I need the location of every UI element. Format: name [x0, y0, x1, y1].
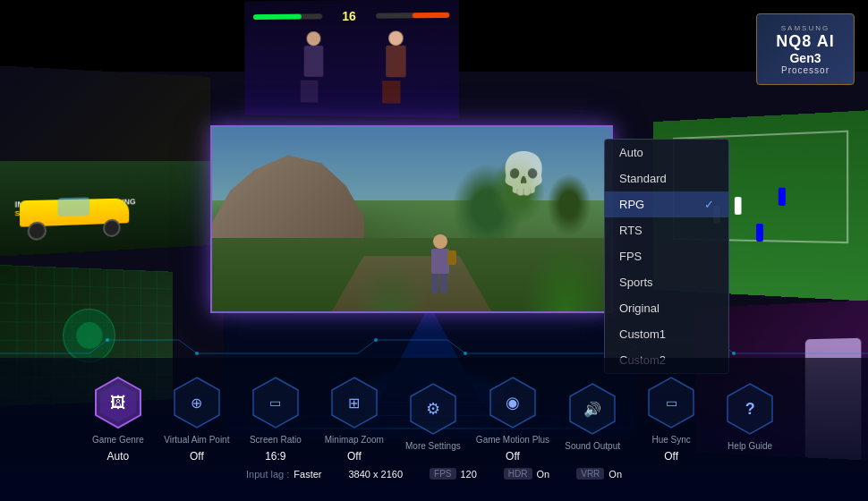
- vrr-value: On: [608, 469, 622, 480]
- help-guide-icon: ?: [745, 400, 755, 419]
- minimap-zoom-icon: ⊞: [348, 395, 360, 412]
- main-game-screen: 💀: [210, 125, 613, 313]
- vrr-label: VRR: [576, 468, 604, 480]
- samsung-brand-text: SAMSUNG: [781, 24, 830, 32]
- hdr-value: On: [537, 469, 550, 480]
- racing-game-panel: INTERNATIONAL PRO RACING SUPER RACE FINA…: [0, 65, 210, 257]
- minimap-zoom-label-bottom: Off: [347, 450, 362, 463]
- minimap-zoom-hex-icon[interactable]: ⊞: [328, 376, 381, 429]
- motion-plus-hex-icon[interactable]: ◉: [486, 376, 540, 429]
- hue-sync-hex-icon[interactable]: ▭: [644, 376, 698, 429]
- status-resolution: 3840 x 2160: [348, 469, 403, 480]
- dropdown-item-standard[interactable]: Standard: [605, 166, 728, 191]
- more-settings-label-top: More Settings: [405, 441, 461, 451]
- status-vrr: VRR On: [576, 468, 622, 480]
- dropdown-item-rpg[interactable]: RPG: [605, 191, 728, 217]
- sound-output-hex-icon[interactable]: 🔊: [566, 382, 619, 436]
- screen-ratio-icon: ▭: [269, 395, 281, 410]
- game-genre-label-bottom: Auto: [107, 450, 130, 463]
- fps-label: FPS: [430, 468, 455, 480]
- game-genre-hex-icon[interactable]: 🖼: [91, 376, 145, 429]
- aim-point-label-top: Virtual Aim Point: [164, 435, 229, 445]
- status-bar: Input lag : Faster 3840 x 2160 FPS 120 H…: [0, 463, 868, 485]
- hue-sync-label-top: Hue Sync: [651, 435, 690, 445]
- dropdown-item-fps[interactable]: FPS: [605, 243, 728, 269]
- motion-plus-icon: ◉: [506, 393, 520, 412]
- help-guide-hex-icon[interactable]: ?: [723, 382, 777, 436]
- dropdown-item-custom1[interactable]: Custom1: [605, 321, 728, 347]
- status-input-lag: Input lag : Faster: [246, 469, 322, 480]
- more-settings-icon: ⚙: [426, 399, 440, 419]
- toolbar-icons-container: 🖼 Game Genre Auto ⊕ Virtual Aim Point Of…: [0, 376, 868, 463]
- game-genre-dropdown: Auto Standard RPG RTS FPS Sports Origina…: [604, 139, 729, 374]
- toolbar-item-more-settings[interactable]: ⚙ More Settings: [397, 382, 469, 456]
- hue-sync-label-bottom: Off: [664, 450, 678, 463]
- aim-point-hex-icon[interactable]: ⊕: [170, 376, 224, 429]
- hue-sync-icon: ▭: [666, 395, 677, 410]
- dropdown-item-sports[interactable]: Sports: [605, 269, 728, 295]
- chip-processor-text: Processor: [781, 65, 830, 75]
- hdr-label: HDR: [504, 468, 532, 480]
- toolbar-item-screen-ratio[interactable]: ▭ Screen Ratio 16:9: [240, 376, 311, 463]
- svg-point-3: [464, 352, 467, 355]
- toolbar-item-minimap-zoom[interactable]: ⊞ Minimap Zoom Off: [319, 376, 390, 463]
- input-lag-label: Input lag :: [246, 469, 289, 480]
- toolbar-item-motion-plus[interactable]: ◉ Game Motion Plus Off: [476, 376, 549, 463]
- aim-point-label-bottom: Off: [190, 450, 204, 463]
- motion-plus-label-bottom: Off: [506, 450, 520, 463]
- fps-value: 120: [461, 469, 477, 480]
- toolbar-item-aim-point[interactable]: ⊕ Virtual Aim Point Off: [161, 376, 233, 463]
- more-settings-hex-icon[interactable]: ⚙: [406, 382, 460, 436]
- screen-ratio-hex-icon[interactable]: ▭: [249, 376, 302, 429]
- sound-output-label-top: Sound Output: [565, 441, 620, 451]
- game-genre-icon: 🖼: [110, 394, 126, 412]
- svg-point-0: [106, 338, 109, 342]
- help-guide-label-top: Help Guide: [728, 441, 772, 451]
- status-hdr: HDR On: [504, 468, 549, 480]
- toolbar-item-hue-sync[interactable]: ▭ Hue Sync Off: [635, 376, 707, 463]
- motion-plus-label-top: Game Motion Plus: [476, 435, 549, 445]
- aim-point-icon: ⊕: [191, 395, 202, 412]
- fighting-game-panel: 16: [245, 0, 459, 118]
- input-lag-value: Faster: [294, 469, 321, 480]
- svg-point-1: [195, 352, 199, 355]
- samsung-processor-badge: SAMSUNG NQ8 AI Gen3 Processor: [756, 13, 855, 85]
- dropdown-item-auto[interactable]: Auto: [605, 140, 728, 166]
- svg-point-5: [732, 352, 736, 355]
- chip-nq8-text: NQ8 AI: [776, 32, 834, 51]
- toolbar-item-sound-output[interactable]: 🔊 Sound Output: [557, 382, 628, 456]
- dropdown-item-rts[interactable]: RTS: [605, 217, 728, 243]
- svg-point-2: [374, 338, 378, 342]
- game-genre-label-top: Game Genre: [92, 435, 144, 445]
- dropdown-item-original[interactable]: Original: [605, 295, 728, 321]
- resolution-value: 3840 x 2160: [348, 469, 403, 480]
- status-fps: FPS 120: [430, 468, 477, 480]
- screen-ratio-label-bottom: 16:9: [265, 450, 285, 463]
- toolbar-item-help-guide[interactable]: ? Help Guide: [714, 382, 786, 456]
- toolbar-item-game-genre[interactable]: 🖼 Game Genre Auto: [82, 376, 154, 463]
- sound-output-icon: 🔊: [583, 401, 601, 418]
- minimap-zoom-label-top: Minimap Zoom: [325, 435, 384, 445]
- chip-gen3-text: Gen3: [789, 51, 821, 65]
- game-toolbar: 🖼 Game Genre Auto ⊕ Virtual Aim Point Of…: [0, 358, 868, 501]
- screen-ratio-label-top: Screen Ratio: [250, 435, 302, 445]
